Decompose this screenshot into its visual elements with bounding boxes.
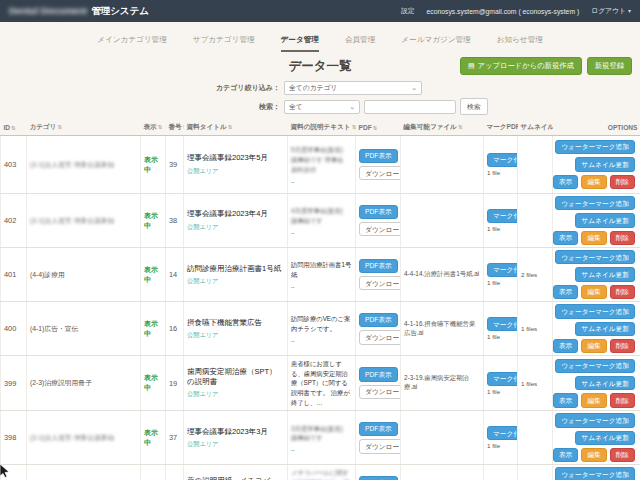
marked-pdf-button[interactable]: マーク付 (487, 209, 518, 223)
search-label: 検索： (136, 102, 284, 112)
marked-pdf-button[interactable]: マーク付 (487, 317, 518, 331)
sort-icon[interactable]: ⇅ (458, 124, 463, 130)
filter-area: カテゴリ絞り込み： 全てのカテゴリ ⌄ 検索： 全て ⌄ 検索 (0, 81, 640, 115)
watermark-add-button[interactable]: ウォーターマーク追加 (555, 359, 635, 373)
sort-icon[interactable]: ⇅ (11, 125, 16, 131)
brand-logo-redacted: Dental Document (9, 5, 87, 16)
search-button[interactable]: 検索 (460, 98, 488, 115)
edit-button[interactable]: 編集 (581, 285, 606, 299)
document-title: 摂食嚥下機能営業広告 (187, 318, 284, 328)
header-pdf: PDF⇅ (356, 120, 401, 136)
area-link[interactable]: 公開エリア (187, 277, 218, 286)
cell-description-redacted: 5月度理事会(書面) 議事録です 理事会 資料添付 (291, 145, 352, 174)
pdf-show-button[interactable]: PDF表示 (359, 259, 398, 273)
watermark-add-button[interactable]: ウォーターマーク追加 (555, 467, 635, 480)
thumbnail-update-button[interactable]: サムネイル更新 (575, 431, 635, 445)
delete-button[interactable]: 削除 (610, 285, 635, 299)
show-button[interactable]: 表示 (553, 175, 578, 189)
watermark-add-button[interactable]: ウォーターマーク追加 (555, 140, 635, 154)
pdf-show-button[interactable]: PDF表示 (359, 149, 398, 163)
document-title: 訪問診療用治療計画書1号紙 (187, 264, 284, 274)
watermark-add-button[interactable]: ウォーターマーク追加 (555, 304, 635, 318)
pdf-show-button[interactable]: PDF表示 (359, 367, 398, 381)
tab-bar: メインカテゴリ管理 サブカテゴリ管理 データ管理 会員管理 メールマガジン管理 … (0, 22, 640, 52)
delete-button[interactable]: 削除 (610, 231, 635, 245)
watermark-add-button[interactable]: ウォーターマーク追加 (555, 250, 635, 264)
upload-create-button[interactable]: ▤ アップロードからの新規作成 (460, 57, 582, 75)
pdf-show-button[interactable]: PDF表示 (359, 422, 398, 436)
download-button[interactable]: ダウンロード (359, 222, 401, 236)
account-email: econosys.system@gmail.com ( econosys-sys… (427, 8, 580, 15)
pdf-show-button[interactable]: PDF表示 (359, 205, 398, 219)
tab-mail-magazine[interactable]: メールマガジン管理 (401, 35, 470, 52)
show-button[interactable]: 表示 (553, 448, 578, 462)
thumbnail-update-button[interactable]: サムネイル更新 (575, 157, 635, 171)
area-link[interactable]: 公開エリア (187, 223, 218, 232)
marked-pdf-button[interactable]: マーク付 (487, 372, 518, 386)
show-button[interactable]: 表示 (553, 285, 578, 299)
sort-icon[interactable]: ⇅ (158, 124, 163, 130)
area-link[interactable]: 公開エリア (187, 440, 218, 449)
sort-icon[interactable]: ⇅ (228, 124, 233, 130)
tab-sub-category[interactable]: サブカテゴリ管理 (193, 35, 255, 52)
delete-button[interactable]: 削除 (610, 393, 635, 407)
download-button[interactable]: ダウンロード (359, 439, 401, 453)
thumbnail-update-button[interactable]: サムネイル更新 (575, 376, 635, 390)
sort-icon[interactable]: ⇅ (352, 124, 356, 130)
show-button[interactable]: 表示 (553, 231, 578, 245)
brand-title: 管理システム (91, 5, 149, 18)
edit-button[interactable]: 編集 (581, 393, 606, 407)
marked-pdf-button[interactable]: マーク付 (487, 426, 518, 440)
area-link[interactable]: 公開エリア (187, 167, 218, 176)
edit-button[interactable]: 編集 (581, 448, 606, 462)
sort-icon[interactable]: ⇅ (58, 124, 63, 130)
cell-id: 403 (1, 136, 27, 194)
show-button[interactable]: 表示 (553, 393, 578, 407)
edit-button[interactable]: 編集 (581, 231, 606, 245)
table-header-row: ID⇅ カテゴリ⇅ 表示⇅ 番号⇅ 資料タイトル⇅ 資料の説明テキスト⇅ PDF… (1, 120, 640, 136)
marked-pdf-button[interactable]: マーク付 (487, 263, 518, 277)
watermark-add-button[interactable]: ウォーターマーク追加 (555, 413, 635, 427)
thumbnail-update-button[interactable]: サムネイル更新 (575, 267, 635, 281)
category-filter-select[interactable]: 全てのカテゴリ ⌄ (284, 81, 422, 95)
register-button[interactable]: 新規登録 (587, 57, 632, 75)
chevron-down-icon: ▾ (628, 8, 631, 14)
cell-description: 訪問診療のVEのご案 内チラシです。 (291, 314, 352, 334)
logout-menu[interactable]: ログアウト▾ (591, 6, 631, 16)
category-filter-label: カテゴリ絞り込み： (136, 83, 284, 93)
pdf-show-button[interactable]: PDF表示 (359, 476, 398, 480)
delete-button[interactable]: 削除 (610, 175, 635, 189)
delete-button[interactable]: 削除 (610, 448, 635, 462)
sort-icon[interactable]: ⇅ (183, 124, 184, 130)
cell-description: 訪問用治療計画書1号 紙 (291, 260, 352, 280)
cell-editable-file (401, 136, 484, 194)
search-input[interactable] (364, 100, 456, 114)
area-link[interactable]: 公開エリア (187, 331, 218, 340)
tab-main-category[interactable]: メインカテゴリ管理 (97, 35, 167, 52)
search-scope-select[interactable]: 全て ⌄ (284, 100, 360, 114)
thumbnail-file-count: 1 files (521, 380, 537, 387)
settings-link[interactable]: 設定 (401, 6, 415, 16)
header-number: 番号⇅ (166, 120, 184, 136)
tab-news[interactable]: お知らせ管理 (497, 35, 543, 52)
edit-button[interactable]: 編集 (581, 175, 606, 189)
area-link[interactable]: 公開エリア (187, 390, 218, 399)
thumbnail-update-button[interactable]: サムネイル更新 (575, 213, 635, 227)
watermark-add-button[interactable]: ウォーターマーク追加 (555, 196, 635, 210)
delete-button[interactable]: 削除 (610, 339, 635, 353)
download-button[interactable]: ダウンロード (359, 330, 401, 344)
download-button[interactable]: ダウンロード (359, 385, 401, 399)
show-button[interactable]: 表示 (553, 339, 578, 353)
sort-icon[interactable]: ⇅ (373, 125, 378, 131)
download-button[interactable]: ダウンロード (359, 166, 401, 180)
header-display: 表示⇅ (141, 120, 166, 136)
tab-data-management[interactable]: データ管理 (281, 35, 319, 52)
tab-members[interactable]: 会員管理 (345, 35, 375, 52)
download-button[interactable]: ダウンロード (359, 276, 401, 290)
status-badge: 表示中 (144, 156, 158, 173)
header-thumbnail: サムネイル⇅ (518, 120, 553, 136)
thumbnail-update-button[interactable]: サムネイル更新 (575, 322, 635, 336)
edit-button[interactable]: 編集 (581, 339, 606, 353)
marked-pdf-button[interactable]: マーク付 (487, 153, 518, 167)
pdf-show-button[interactable]: PDF表示 (359, 313, 398, 327)
